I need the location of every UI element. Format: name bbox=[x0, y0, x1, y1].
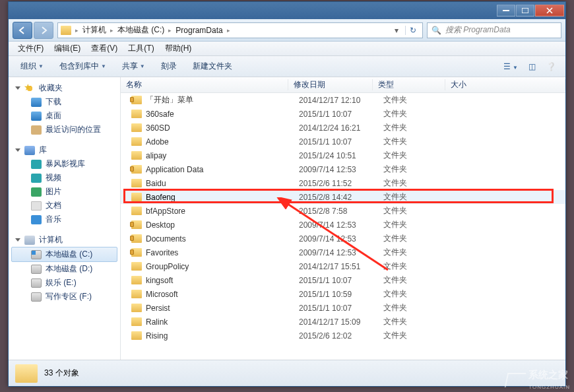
watermark: 系统之家 TONGZHUAIN bbox=[506, 369, 570, 391]
refresh-icon[interactable]: ↻ bbox=[405, 26, 420, 35]
menu-tools[interactable]: 工具(T) bbox=[123, 42, 159, 55]
folder-icon bbox=[131, 110, 142, 118]
breadcrumb-folder[interactable]: ProgramData bbox=[175, 26, 222, 35]
file-name: Rising bbox=[146, 331, 168, 341]
file-name: Adobe bbox=[146, 137, 169, 147]
table-row[interactable]: Application Data2009/7/14 12:53文件夹 bbox=[121, 162, 565, 176]
breadcrumb-computer[interactable]: 计算机 bbox=[82, 24, 106, 36]
file-date: 2014/12/17 12:10 bbox=[294, 96, 378, 105]
table-row[interactable]: Baidu2015/2/6 11:52文件夹 bbox=[121, 176, 565, 190]
maximize-button[interactable] bbox=[516, 5, 534, 16]
folder-icon bbox=[131, 276, 142, 284]
chevron-right-icon[interactable]: ▸ bbox=[75, 27, 79, 34]
table-row[interactable]: Favorites2009/7/14 12:53文件夹 bbox=[121, 245, 565, 259]
file-date: 2015/2/6 12:02 bbox=[294, 331, 378, 341]
preview-pane-icon[interactable]: ◫ bbox=[525, 62, 540, 71]
chevron-right-icon[interactable]: ▸ bbox=[227, 27, 230, 34]
file-type: 文件夹 bbox=[378, 288, 451, 300]
sidebar-item-music[interactable]: 音乐 bbox=[11, 212, 117, 226]
table-row[interactable]: 360safe2015/1/1 10:07文件夹 bbox=[121, 107, 565, 121]
table-row[interactable]: Rising2015/2/6 12:02文件夹 bbox=[121, 329, 565, 343]
chevron-right-icon[interactable]: ▸ bbox=[168, 27, 172, 34]
table-row[interactable]: kingsoft2015/1/1 10:07文件夹 bbox=[121, 273, 565, 287]
expand-icon bbox=[15, 238, 20, 242]
table-row[interactable]: Persist2015/1/1 10:07文件夹 bbox=[121, 301, 565, 315]
file-name: Application Data bbox=[146, 165, 203, 174]
table-row[interactable]: 360SD2014/12/24 16:21文件夹 bbox=[121, 121, 565, 135]
expand-icon bbox=[15, 148, 20, 152]
file-name: 360SD bbox=[146, 123, 170, 133]
column-name[interactable]: 名称 bbox=[121, 79, 288, 90]
menu-help[interactable]: 帮助(H) bbox=[160, 42, 197, 55]
drive-icon bbox=[31, 292, 42, 302]
table-row[interactable]: Ralink2014/12/17 15:09文件夹 bbox=[121, 315, 565, 329]
sidebar-item-drive-d[interactable]: 本地磁盘 (D:) bbox=[11, 262, 117, 276]
table-row[interactable]: bfAppStore2015/2/8 7:58文件夹 bbox=[121, 204, 565, 218]
file-list: 「开始」菜单2014/12/17 12:10文件夹360safe2015/1/1… bbox=[121, 93, 565, 360]
library-icon bbox=[24, 146, 35, 155]
table-row[interactable]: Adobe2015/1/1 10:07文件夹 bbox=[121, 135, 565, 148]
burn-button[interactable]: 刻录 bbox=[154, 59, 183, 74]
expand-icon bbox=[15, 86, 20, 90]
minimize-button[interactable] bbox=[497, 5, 515, 16]
back-button[interactable] bbox=[13, 22, 32, 39]
computer-icon bbox=[24, 236, 35, 245]
table-row[interactable]: 「开始」菜单2014/12/17 12:10文件夹 bbox=[121, 93, 565, 107]
folder-icon bbox=[131, 207, 142, 215]
menu-file[interactable]: 文件(F) bbox=[13, 42, 49, 55]
file-type: 文件夹 bbox=[378, 219, 451, 230]
folder-icon bbox=[131, 248, 142, 257]
content-pane: 名称 修改日期 类型 大小 「开始」菜单2014/12/17 12:10文件夹3… bbox=[121, 77, 565, 360]
sidebar-item-pictures[interactable]: 图片 bbox=[11, 185, 117, 199]
new-folder-button[interactable]: 新建文件夹 bbox=[186, 59, 239, 74]
address-box[interactable]: ▸ 计算机 ▸ 本地磁盘 (C:) ▸ ProgramData ▸ ▾ ↻ bbox=[57, 22, 423, 38]
address-dropdown-icon[interactable]: ▾ bbox=[392, 26, 401, 35]
sidebar-libraries[interactable]: 库 bbox=[11, 143, 117, 157]
organize-button[interactable]: 组织▼ bbox=[14, 59, 50, 74]
forward-button[interactable] bbox=[34, 22, 53, 39]
svg-rect-0 bbox=[503, 10, 509, 11]
menu-view[interactable]: 查看(V) bbox=[86, 42, 123, 55]
table-row[interactable]: Baofeng2015/2/8 14:42文件夹 bbox=[121, 190, 565, 204]
folder-icon bbox=[131, 304, 142, 312]
folder-icon bbox=[131, 137, 142, 146]
column-date[interactable]: 修改日期 bbox=[288, 79, 373, 90]
folder-icon bbox=[131, 96, 142, 104]
recent-icon bbox=[31, 125, 42, 135]
search-box[interactable]: 🔍 搜索 ProgramData bbox=[427, 22, 561, 38]
sidebar-item-drive-c[interactable]: 本地磁盘 (C:) bbox=[11, 247, 117, 262]
file-type: 文件夹 bbox=[378, 150, 451, 161]
column-type[interactable]: 类型 bbox=[373, 79, 445, 90]
sidebar-item-desktop[interactable]: 桌面 bbox=[11, 109, 117, 123]
menu-edit[interactable]: 编辑(E) bbox=[49, 42, 86, 55]
drive-icon bbox=[31, 250, 42, 259]
titlebar[interactable] bbox=[9, 2, 565, 19]
sidebar-item-drive-e[interactable]: 娱乐 (E:) bbox=[11, 276, 117, 290]
table-row[interactable]: Documents2009/7/14 12:53文件夹 bbox=[121, 232, 565, 245]
sidebar-item-documents[interactable]: 文档 bbox=[11, 199, 117, 212]
status-count: 33 个对象 bbox=[44, 368, 79, 379]
table-row[interactable]: alipay2015/1/24 10:51文件夹 bbox=[121, 148, 565, 162]
sidebar-item-downloads[interactable]: 下载 bbox=[11, 95, 117, 109]
music-icon bbox=[31, 215, 42, 224]
sidebar-computer[interactable]: 计算机 bbox=[11, 233, 117, 247]
sidebar-item-recent[interactable]: 最近访问的位置 bbox=[11, 123, 117, 137]
include-library-button[interactable]: 包含到库中▼ bbox=[53, 59, 113, 74]
close-button[interactable] bbox=[535, 5, 564, 16]
sidebar-item-drive-f[interactable]: 写作专区 (F:) bbox=[11, 290, 117, 304]
column-size[interactable]: 大小 bbox=[445, 79, 565, 90]
table-row[interactable]: Desktop2009/7/14 12:53文件夹 bbox=[121, 218, 565, 232]
file-type: 文件夹 bbox=[378, 94, 451, 106]
sidebar-item-videos[interactable]: 视频 bbox=[11, 171, 117, 185]
table-row[interactable]: Microsoft2015/1/1 10:59文件夹 bbox=[121, 287, 565, 301]
chevron-right-icon[interactable]: ▸ bbox=[110, 27, 113, 34]
view-options-icon[interactable]: ☰ ▼ bbox=[499, 62, 522, 71]
share-button[interactable]: 共享▼ bbox=[115, 59, 152, 74]
breadcrumb-drive[interactable]: 本地磁盘 (C:) bbox=[117, 24, 164, 36]
help-icon[interactable]: ❔ bbox=[542, 62, 560, 71]
table-row[interactable]: GroupPolicy2014/12/17 15:51文件夹 bbox=[121, 259, 565, 273]
sidebar-item-baofeng-lib[interactable]: 暴风影视库 bbox=[11, 157, 117, 171]
file-type: 文件夹 bbox=[378, 302, 451, 313]
sidebar-favorites[interactable]: 收藏夹 bbox=[11, 81, 117, 95]
file-name: bfAppStore bbox=[146, 207, 185, 216]
